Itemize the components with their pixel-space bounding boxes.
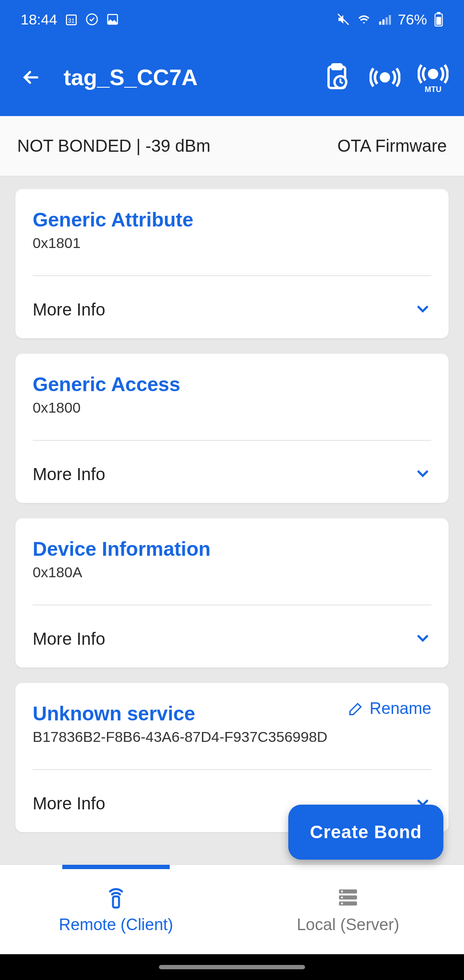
wifi-icon bbox=[357, 13, 371, 26]
remote-icon bbox=[104, 885, 128, 911]
services-list: Generic Attribute 0x1801 More Info Gener… bbox=[0, 176, 464, 864]
svg-rect-13 bbox=[332, 64, 342, 69]
calendar-icon: 31 bbox=[65, 13, 78, 26]
more-info-label: More Info bbox=[33, 465, 105, 484]
image-icon bbox=[106, 13, 119, 26]
divider bbox=[33, 276, 431, 276]
svg-point-23 bbox=[341, 896, 343, 898]
svg-rect-8 bbox=[389, 15, 391, 25]
page-title: tag_S_CC7A bbox=[64, 64, 304, 90]
service-name[interactable]: Device Information bbox=[33, 537, 431, 560]
rename-button[interactable]: Rename bbox=[348, 699, 431, 718]
divider bbox=[33, 440, 431, 441]
svg-point-16 bbox=[383, 76, 387, 80]
battery-icon bbox=[434, 12, 443, 27]
system-nav bbox=[0, 954, 464, 980]
statusbar: 18:44 31 76% bbox=[0, 0, 464, 39]
home-indicator[interactable] bbox=[159, 965, 305, 969]
service-card: Generic Attribute 0x1801 More Info bbox=[15, 189, 449, 338]
create-bond-button[interactable]: Create Bond bbox=[288, 805, 443, 860]
chevron-down-icon bbox=[414, 465, 431, 484]
more-info-label: More Info bbox=[33, 629, 105, 649]
more-info-row[interactable]: More Info bbox=[33, 465, 431, 484]
service-card: Generic Access 0x1800 More Info bbox=[15, 354, 449, 503]
bond-signal-status: NOT BONDED | -39 dBm bbox=[17, 136, 211, 156]
tab-remote-client[interactable]: Remote (Client) bbox=[0, 865, 232, 954]
svg-point-17 bbox=[429, 70, 437, 78]
chevron-down-icon bbox=[414, 630, 431, 649]
rename-label: Rename bbox=[369, 699, 431, 718]
mtu-broadcast-icon[interactable]: MTU bbox=[418, 61, 449, 94]
more-info-row[interactable]: More Info bbox=[33, 300, 431, 319]
service-uuid: 0x1801 bbox=[33, 235, 431, 251]
mute-icon bbox=[337, 13, 350, 26]
svg-rect-6 bbox=[382, 19, 385, 25]
back-button[interactable] bbox=[15, 67, 46, 88]
service-name[interactable]: Generic Attribute bbox=[33, 208, 431, 231]
svg-point-22 bbox=[341, 890, 343, 892]
pencil-icon bbox=[348, 701, 363, 717]
chevron-down-icon bbox=[414, 300, 431, 319]
statusbar-right: 76% bbox=[337, 11, 443, 28]
service-uuid: B17836B2-F8B6-43A6-87D4-F937C356998D bbox=[33, 729, 431, 745]
fab-label: Create Bond bbox=[310, 822, 422, 842]
svg-rect-18 bbox=[113, 896, 119, 907]
svg-text:31: 31 bbox=[68, 18, 74, 24]
divider bbox=[33, 605, 431, 605]
bottomnav: Remote (Client) Local (Server) bbox=[0, 864, 464, 954]
mtu-label: MTU bbox=[425, 85, 442, 94]
service-uuid: 0x1800 bbox=[33, 399, 431, 416]
tab-label: Local (Server) bbox=[297, 916, 400, 934]
active-tab-indicator bbox=[62, 865, 170, 869]
more-info-label: More Info bbox=[33, 300, 105, 319]
tab-label: Remote (Client) bbox=[59, 916, 173, 934]
service-uuid: 0x180A bbox=[33, 564, 431, 581]
more-info-label: More Info bbox=[33, 794, 105, 813]
more-info-row[interactable]: More Info bbox=[33, 629, 431, 649]
divider bbox=[33, 769, 431, 770]
service-card: Device Information 0x180A More Info bbox=[15, 518, 449, 668]
svg-point-2 bbox=[87, 14, 98, 25]
svg-rect-7 bbox=[385, 17, 388, 25]
service-name[interactable]: Generic Access bbox=[33, 373, 431, 396]
status-time: 18:44 bbox=[21, 11, 57, 28]
broadcast-icon[interactable] bbox=[369, 62, 400, 93]
signal-icon bbox=[378, 13, 391, 26]
battery-pct: 76% bbox=[398, 11, 427, 28]
statusbar-left: 18:44 31 bbox=[21, 11, 119, 28]
subheader: NOT BONDED | -39 dBm OTA Firmware bbox=[0, 116, 464, 176]
clipboard-clock-icon[interactable] bbox=[321, 63, 352, 92]
svg-rect-5 bbox=[379, 21, 381, 25]
server-icon bbox=[336, 885, 360, 911]
svg-rect-11 bbox=[436, 17, 441, 24]
svg-point-24 bbox=[341, 902, 343, 904]
ota-firmware-link[interactable]: OTA Firmware bbox=[337, 136, 447, 156]
tab-local-server[interactable]: Local (Server) bbox=[232, 865, 464, 954]
appbar: tag_S_CC7A MTU bbox=[0, 39, 464, 116]
check-circle-icon bbox=[85, 13, 98, 26]
